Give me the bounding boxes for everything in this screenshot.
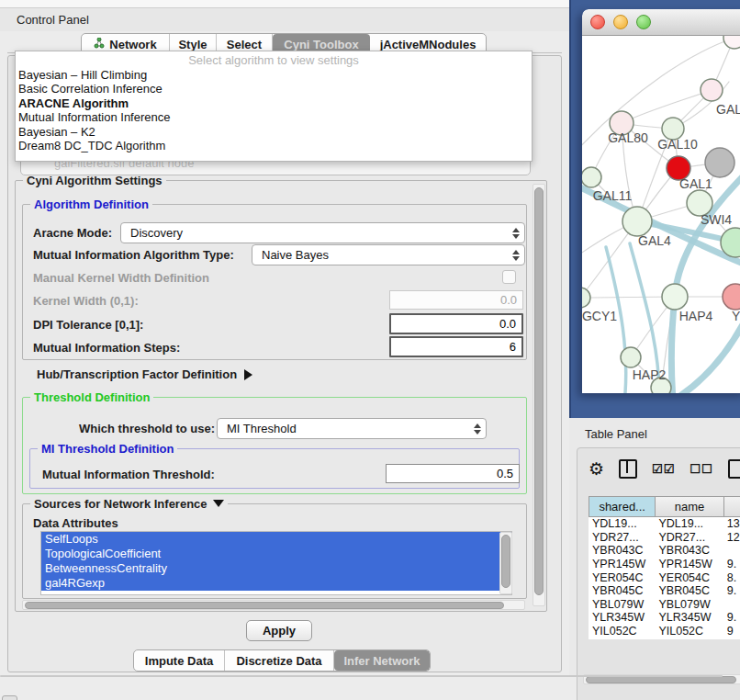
network-window-titlebar[interactable] <box>582 9 740 36</box>
manual-kernel-label: Manual Kernel Width Definition <box>33 271 209 285</box>
mi-type-select[interactable]: Naive Bayes <box>252 244 525 265</box>
bottom-divider <box>0 675 723 677</box>
network-node[interactable] <box>723 284 740 310</box>
table-row[interactable]: YLR345WYLR345W9. <box>589 611 740 625</box>
dropdown-option[interactable]: ARACNE Algorithm <box>16 96 532 111</box>
table-cell: YDR27... <box>589 531 655 544</box>
which-threshold-label: Which threshold to use: <box>79 422 215 435</box>
attributes-scrollbar[interactable] <box>499 532 512 594</box>
node-label: GAL1 <box>679 176 712 191</box>
stepper-arrows-icon <box>509 247 522 263</box>
mi-threshold-field[interactable]: 0.5 <box>386 464 520 483</box>
attribute-list-item[interactable]: SelfLoops <box>41 532 511 547</box>
tab-impute-data[interactable]: Impute Data <box>134 650 225 671</box>
mi-steps-label: Mutual Information Steps: <box>33 341 180 355</box>
table-cell: 9. <box>723 558 740 570</box>
manual-kernel-checkbox[interactable] <box>502 270 516 284</box>
attribute-list-item[interactable]: gal4RGexp <box>41 576 511 591</box>
deselect-all-columns-icon[interactable]: ☐☐ <box>690 462 712 476</box>
dropdown-option[interactable]: Mutual Information Inference <box>16 110 532 125</box>
attribute-list-item[interactable]: TopologicalCoefficient <box>41 547 511 561</box>
table-cell: 8. <box>723 571 740 584</box>
settings-scrollbar[interactable] <box>533 184 545 606</box>
network-view-window[interactable]: GAL80GAL10GAL1GAL11SWI4GAL4GCY1HAP4HAP2G… <box>582 9 740 393</box>
table-cell: YLR345W <box>589 611 655 624</box>
table-cell: 9. <box>723 611 740 624</box>
table-row[interactable]: YBR045CYBR045C9. <box>589 584 740 598</box>
column-header[interactable] <box>724 496 740 517</box>
table-cell: YDL19... <box>655 517 723 530</box>
tab-label: Infer Network <box>343 654 420 668</box>
table-row[interactable]: YDR27...YDR27...12 <box>589 531 740 545</box>
table-row[interactable]: YBL079WYBL079W <box>589 598 740 612</box>
table-row[interactable]: YBR043CYBR043C <box>589 544 740 558</box>
apply-button[interactable]: Apply <box>246 620 312 641</box>
tab-discretize-data[interactable]: Discretize Data <box>225 650 334 671</box>
zoom-traffic-light-icon[interactable] <box>636 15 651 29</box>
stepper-arrows-icon <box>509 225 522 241</box>
column-layout-icon[interactable] <box>619 459 637 479</box>
column-header[interactable]: shared... <box>589 496 656 517</box>
attribute-list-item[interactable]: BetweennessCentrality <box>41 561 511 576</box>
table-row[interactable]: YPR145WYPR145W9. <box>589 558 740 571</box>
settings-gear-icon[interactable]: ⚙ <box>589 460 604 478</box>
table-cell: YDR27... <box>655 531 723 544</box>
network-node[interactable] <box>582 288 590 308</box>
mi-type-label: Mutual Information Algorithm Type: <box>33 248 234 262</box>
network-node[interactable] <box>705 148 734 177</box>
network-node[interactable] <box>723 36 740 49</box>
network-node[interactable] <box>621 347 641 367</box>
dropdown-option[interactable]: Bayesian – K2 <box>16 125 532 140</box>
table-cell: YBR045C <box>589 584 655 597</box>
network-node[interactable] <box>701 79 723 101</box>
settings-hscrollbar[interactable] <box>22 600 525 610</box>
network-node[interactable] <box>582 167 601 187</box>
table-row[interactable]: YDL19...YDL19...13 <box>589 517 740 531</box>
kernel-width-label: Kernel Width (0,1): <box>33 294 139 308</box>
aracne-mode-select[interactable]: Discovery <box>120 222 525 243</box>
table-cell: YLR345W <box>655 611 723 624</box>
node-label: GAL80 <box>608 130 648 145</box>
settings-group-title: Cyni Algorithm Settings <box>23 174 166 187</box>
mi-type-value: Naive Bayes <box>262 248 329 262</box>
node-label: GAL4 <box>638 233 671 248</box>
table-row[interactable]: YER054CYER054C8. <box>589 570 740 584</box>
panel-title: Control Panel <box>17 13 89 27</box>
data-attributes-list[interactable]: SelfLoopsTopologicalCoefficientBetweenne… <box>40 531 512 595</box>
node-label: HAP2 <box>633 367 667 382</box>
table-panel-title: Table Panel <box>585 427 647 441</box>
dropdown-option[interactable]: Bayesian – Hill Climbing <box>16 68 532 83</box>
which-threshold-select[interactable]: MI Threshold <box>217 418 487 439</box>
tab-label: jActiveMNodules <box>380 38 477 51</box>
table-cell: YBR043C <box>589 544 655 557</box>
table-panel-body: ⚙ ☑☑ ☐☐ shared...name YDL19...YDL19...13… <box>577 447 740 700</box>
kernel-width-field[interactable]: 0.0 <box>389 290 523 310</box>
table-panel: Table Panel ⚙ ☑☑ ☐☐ shared...name YDL19.… <box>569 418 740 677</box>
column-header[interactable]: name <box>656 496 723 517</box>
tab-label: Cyni Toolbox <box>284 38 358 51</box>
bottom-tabbar: Impute DataDiscretize DataInfer Network <box>133 649 431 672</box>
table-cell: YBR045C <box>655 584 723 597</box>
select-all-columns-icon[interactable]: ☑☑ <box>652 462 675 476</box>
tab-infer-network[interactable]: Infer Network <box>334 650 430 671</box>
network-node[interactable] <box>662 284 688 310</box>
data-attributes-label: Data Attributes <box>33 516 118 530</box>
table-row[interactable]: YIL052CYIL052C9 <box>589 625 740 638</box>
dropdown-option[interactable]: Dream8 DC_TDC Algorithm <box>16 139 532 153</box>
export-table-icon[interactable] <box>728 459 740 479</box>
network-graph: GAL80GAL10GAL1GAL11SWI4GAL4GCY1HAP4HAP2G… <box>582 36 740 393</box>
dropdown-option[interactable]: Basic Correlation Inference <box>16 82 532 96</box>
table-cell: YIL052C <box>589 625 655 638</box>
tab-label: Impute Data <box>145 654 213 668</box>
algorithm-definition-title: Algorithm Definition <box>30 198 152 211</box>
minimize-traffic-light-icon[interactable] <box>613 15 628 29</box>
hub-definition-toggle[interactable]: Hub/Transcription Factor Definition <box>37 367 252 381</box>
sources-group-title[interactable]: Sources for Network Inference <box>30 497 228 511</box>
network-edge <box>622 90 712 123</box>
close-traffic-light-icon[interactable] <box>590 15 605 29</box>
dpi-tolerance-field[interactable]: 0.0 <box>389 313 523 334</box>
corner-button[interactable] <box>2 695 17 700</box>
mi-steps-field[interactable]: 6 <box>389 336 523 357</box>
network-canvas[interactable]: GAL80GAL10GAL1GAL11SWI4GAL4GCY1HAP4HAP2G… <box>582 36 740 393</box>
network-node[interactable] <box>622 207 652 236</box>
